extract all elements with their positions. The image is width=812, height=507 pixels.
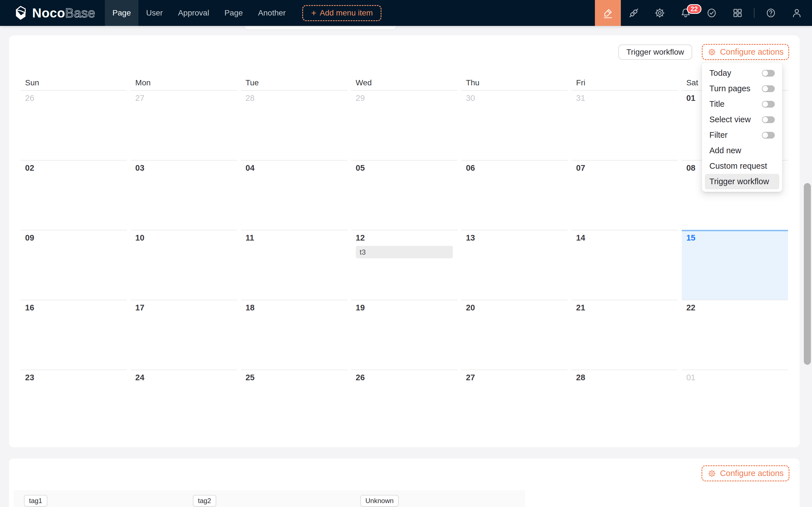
- calendar-date-label: 13: [466, 233, 567, 242]
- calendar-cell[interactable]: 13: [461, 230, 567, 300]
- calendar-cell[interactable]: 06: [461, 160, 567, 230]
- calendar-cell[interactable]: 03: [131, 160, 237, 230]
- nav-item-page-3[interactable]: Page: [217, 0, 250, 26]
- calendar-cell[interactable]: 21: [571, 300, 678, 370]
- calendar-cell[interactable]: 02: [20, 160, 127, 230]
- nav-item-user-1[interactable]: User: [139, 0, 170, 26]
- notification-bell-icon[interactable]: 22: [673, 0, 699, 26]
- calendar-date-label: 01: [686, 373, 788, 382]
- calendar-cell[interactable]: 01: [682, 370, 788, 439]
- tag-chip-tag1[interactable]: tag1: [24, 495, 47, 507]
- designer-highlighter-icon[interactable]: [595, 0, 621, 26]
- task-check-icon[interactable]: [699, 0, 725, 26]
- calendar-date-label: 09: [25, 233, 127, 242]
- calendar-date-label: 24: [135, 373, 237, 382]
- gear-icon: [707, 48, 716, 57]
- calendar-cell[interactable]: 19: [351, 300, 458, 370]
- help-question-icon[interactable]: [758, 0, 784, 26]
- calendar-cell[interactable]: 23: [20, 370, 127, 439]
- calendar-cell[interactable]: 14: [571, 230, 678, 300]
- toggle-switch-off[interactable]: [762, 132, 775, 138]
- calendar-cell[interactable]: 09: [20, 230, 127, 300]
- day-header-thu: Thu: [461, 75, 567, 91]
- calendar-cell[interactable]: 26: [351, 370, 458, 439]
- menu-item-label: Select view: [709, 115, 751, 124]
- menu-item-today[interactable]: Today: [702, 65, 782, 81]
- calendar-date-label: 02: [25, 163, 127, 173]
- top-nav: NocoBase PageUserApprovalPageAnother + A…: [0, 0, 812, 26]
- hidden-block-bottom-sliver: [245, 26, 396, 29]
- configure-actions-button-bottom[interactable]: Configure actions: [702, 465, 790, 482]
- toggle-knob: [762, 101, 768, 107]
- nocobase-logo[interactable]: NocoBase: [12, 0, 95, 26]
- calendar-cell[interactable]: 22: [682, 300, 788, 370]
- menu-item-select-view[interactable]: Select view: [702, 112, 782, 127]
- calendar-cell[interactable]: 28: [571, 370, 678, 439]
- calendar-cell[interactable]: 26: [20, 91, 127, 160]
- menu-item-label: Title: [709, 100, 725, 109]
- configure-actions-button[interactable]: Configure actions: [702, 44, 789, 60]
- calendar-cell[interactable]: 30: [461, 91, 567, 160]
- calendar-date-label: 26: [25, 94, 127, 103]
- trigger-workflow-button[interactable]: Trigger workflow: [618, 45, 692, 60]
- settings-gear-icon[interactable]: [647, 0, 673, 26]
- add-menu-item-button[interactable]: + Add menu item: [302, 5, 382, 21]
- configure-actions-label: Configure actions: [720, 47, 784, 57]
- calendar-cell[interactable]: 28: [241, 91, 347, 160]
- menu-item-filter[interactable]: Filter: [702, 127, 782, 143]
- toggle-switch-off[interactable]: [762, 86, 775, 92]
- calendar-cell-selected[interactable]: 15: [682, 230, 788, 300]
- calendar-cell[interactable]: 11: [241, 230, 347, 300]
- calendar-cell[interactable]: 17: [131, 300, 237, 370]
- calendar-cell[interactable]: 10: [131, 230, 237, 300]
- menu-item-trigger-workflow[interactable]: Trigger workflow: [705, 174, 779, 189]
- calendar-date-label: 19: [356, 303, 458, 313]
- tag-chip-tag2[interactable]: tag2: [193, 495, 216, 507]
- day-header-fri: Fri: [571, 75, 678, 91]
- calendar-date-label: 31: [576, 94, 678, 103]
- calendar-date-label: 14: [576, 233, 678, 242]
- toggle-switch-off[interactable]: [762, 70, 775, 76]
- calendar-date-label: 18: [246, 303, 347, 313]
- calendar-cell[interactable]: 04: [241, 160, 347, 230]
- nav-item-another-4[interactable]: Another: [250, 0, 293, 26]
- calendar-date-label: 25: [246, 373, 347, 382]
- calendar-cell[interactable]: 20: [461, 300, 567, 370]
- configure-actions-dropdown: TodayTurn pagesTitleSelect viewFilterAdd…: [702, 63, 782, 192]
- calendar-cell[interactable]: 25: [241, 370, 347, 439]
- menu-item-title[interactable]: Title: [702, 96, 782, 112]
- nav-item-page-0[interactable]: Page: [105, 0, 139, 26]
- calendar-cell[interactable]: 05: [351, 160, 458, 230]
- calendar-cell[interactable]: 07: [571, 160, 678, 230]
- calendar-cell[interactable]: 18: [241, 300, 347, 370]
- menu-item-turn-pages[interactable]: Turn pages: [702, 81, 782, 96]
- menu-item-add-new[interactable]: Add new: [702, 143, 782, 158]
- calendar-date-label: 07: [576, 163, 678, 173]
- calendar-cell[interactable]: 29: [351, 91, 458, 160]
- plugin-api-icon[interactable]: [621, 0, 647, 26]
- menu-item-custom-request[interactable]: Custom request: [702, 158, 782, 174]
- calendar-cell[interactable]: 16: [20, 300, 127, 370]
- calendar-cell[interactable]: 24: [131, 370, 237, 439]
- vertical-scrollbar-thumb[interactable]: [804, 183, 811, 365]
- nav-item-approval-2[interactable]: Approval: [170, 0, 217, 26]
- calendar-date-label: 04: [246, 163, 347, 173]
- calendar-cell[interactable]: 27: [461, 370, 567, 439]
- toggle-switch-off[interactable]: [762, 101, 775, 108]
- gear-icon: [707, 469, 716, 478]
- calendar-cell[interactable]: 12t3: [351, 230, 458, 300]
- blocks-grid-icon[interactable]: [725, 0, 751, 26]
- table-block-card: Configure actions tag1tag2Unknown: [9, 459, 800, 507]
- calendar-date-label: 06: [466, 163, 567, 173]
- calendar-grid: SunMonTueWedThuFriSat2627282930310102030…: [20, 75, 788, 439]
- nav-right-icons: 22: [595, 0, 810, 26]
- calendar-date-label: 03: [135, 163, 237, 173]
- calendar-date-label: 23: [25, 373, 127, 382]
- user-profile-icon[interactable]: [784, 0, 810, 26]
- calendar-date-label: 05: [356, 163, 458, 173]
- calendar-cell[interactable]: 27: [131, 91, 237, 160]
- calendar-event-t3[interactable]: t3: [356, 246, 453, 258]
- tag-chip-unknown[interactable]: Unknown: [360, 495, 399, 507]
- calendar-cell[interactable]: 31: [571, 91, 678, 160]
- toggle-switch-off[interactable]: [762, 116, 775, 123]
